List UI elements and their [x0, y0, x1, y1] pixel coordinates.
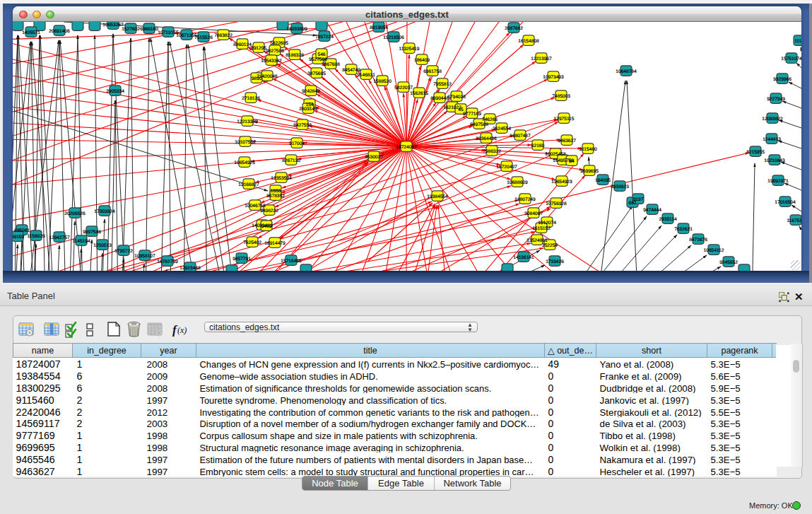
svg-text:16154808: 16154808 — [518, 39, 539, 44]
svg-text:9146821: 9146821 — [357, 73, 375, 78]
svg-text:2718126: 2718126 — [242, 96, 260, 101]
svg-text:10653267: 10653267 — [102, 23, 124, 28]
svg-text:7663822: 7663822 — [214, 33, 233, 38]
svg-text:16914479: 16914479 — [264, 241, 286, 246]
svg-text:15716485: 15716485 — [281, 259, 302, 264]
svg-text:1588520: 1588520 — [373, 79, 392, 84]
svg-text:746266: 746266 — [482, 117, 498, 122]
svg-text:62160: 62160 — [531, 144, 545, 148]
svg-text:6966160: 6966160 — [140, 27, 158, 32]
svg-text:9227349: 9227349 — [767, 97, 785, 102]
svg-text:10756928: 10756928 — [546, 201, 567, 206]
svg-text:9197: 9197 — [633, 197, 644, 202]
svg-text:10654925: 10654925 — [234, 160, 255, 165]
svg-text:1145194: 1145194 — [72, 239, 90, 244]
svg-text:9329966: 9329966 — [773, 77, 792, 82]
svg-text:20364436: 20364436 — [476, 136, 497, 141]
svg-text:2087682: 2087682 — [505, 26, 523, 31]
svg-text:3875685: 3875685 — [307, 71, 326, 76]
svg-text:1244413: 1244413 — [763, 137, 781, 142]
svg-text:1668: 1668 — [271, 189, 281, 194]
svg-text:13524861: 13524861 — [526, 238, 548, 243]
svg-text:7515526: 7515526 — [194, 35, 213, 40]
svg-text:12923448: 12923448 — [180, 266, 201, 271]
svg-text:8186328: 8186328 — [286, 53, 304, 58]
svg-text:1112: 1112 — [794, 39, 801, 44]
svg-text:186409: 186409 — [414, 58, 430, 63]
svg-text:8860124: 8860124 — [233, 42, 252, 47]
svg-text:10543382: 10543382 — [261, 59, 282, 64]
svg-text:20206526: 20206526 — [64, 211, 86, 216]
svg-text:19166827: 19166827 — [238, 182, 259, 187]
svg-text:1733426: 1733426 — [546, 259, 564, 264]
svg-text:12353594: 12353594 — [271, 176, 292, 181]
svg-text:10973493: 10973493 — [543, 75, 564, 80]
svg-text:1562615: 1562615 — [410, 91, 428, 96]
svg-text:20691406: 20691406 — [49, 29, 70, 34]
svg-text:9527508: 9527508 — [309, 57, 327, 62]
svg-text:1795722: 1795722 — [114, 249, 133, 254]
svg-text:15751074: 15751074 — [781, 57, 801, 62]
svg-text:16782759: 16782759 — [157, 259, 178, 264]
svg-text:9997586: 9997586 — [83, 230, 101, 235]
svg-text:8678352: 8678352 — [266, 194, 285, 199]
svg-text:14136141: 14136141 — [513, 255, 534, 260]
svg-text:8938923: 8938923 — [611, 185, 629, 189]
svg-text:7485003: 7485003 — [552, 94, 570, 99]
svg-text:12213967: 12213967 — [531, 57, 552, 62]
svg-text:64: 64 — [569, 159, 575, 164]
svg-text:8990448: 8990448 — [430, 96, 449, 101]
svg-text:2935114: 2935114 — [659, 217, 677, 222]
svg-text:9827506: 9827506 — [266, 49, 284, 54]
svg-text:5822037: 5822037 — [394, 86, 413, 90]
svg-text:835061: 835061 — [14, 228, 30, 233]
svg-text:10654112: 10654112 — [704, 248, 724, 253]
svg-text:6794028: 6794028 — [447, 95, 466, 100]
svg-text:19384554: 19384554 — [427, 194, 448, 199]
svg-text:9777169: 9777169 — [463, 112, 481, 117]
svg-text:39159: 39159 — [13, 235, 24, 240]
svg-text:17359924: 17359924 — [94, 209, 115, 214]
svg-text:9242848: 9242848 — [302, 89, 320, 94]
svg-text:19218506: 19218506 — [383, 35, 404, 40]
svg-text:8267130: 8267130 — [282, 158, 300, 163]
svg-text:1012074: 1012074 — [538, 221, 556, 226]
svg-text:8471676: 8471676 — [689, 238, 707, 243]
svg-text:15720407: 15720407 — [496, 165, 517, 170]
svg-text:19654923: 19654923 — [551, 180, 572, 185]
svg-text:9489: 9489 — [261, 224, 272, 229]
svg-text:7986322: 7986322 — [483, 149, 501, 154]
svg-text:9498222: 9498222 — [260, 209, 278, 214]
svg-text:1615152: 1615152 — [532, 226, 551, 231]
svg-text:10210643: 10210643 — [764, 158, 785, 163]
svg-text:10807487: 10807487 — [510, 134, 531, 139]
svg-text:9084067: 9084067 — [524, 211, 543, 216]
svg-text:164095: 164095 — [595, 178, 611, 183]
svg-text:12975115: 12975115 — [554, 117, 575, 122]
svg-text:7625402: 7625402 — [243, 240, 261, 245]
svg-text:9890: 9890 — [252, 76, 262, 81]
svg-text:7857224: 7857224 — [315, 35, 334, 40]
svg-text:3624554: 3624554 — [493, 127, 511, 132]
svg-text:10688609: 10688609 — [507, 180, 528, 185]
svg-text:6961758: 6961758 — [423, 69, 442, 74]
svg-text:9463627: 9463627 — [558, 139, 576, 144]
svg-text:16033809: 16033809 — [286, 27, 307, 32]
svg-text:18807249: 18807249 — [514, 197, 536, 202]
svg-text:1156829: 1156829 — [27, 234, 45, 239]
svg-text:2867608: 2867608 — [322, 62, 340, 67]
svg-text:10025458: 10025458 — [545, 152, 566, 157]
svg-text:12942757: 12942757 — [49, 235, 70, 240]
svg-text:2905334: 2905334 — [106, 89, 124, 94]
svg-text:1405571: 1405571 — [22, 30, 40, 35]
svg-text:546: 546 — [317, 52, 325, 57]
svg-text:891295: 891295 — [251, 46, 266, 51]
svg-text:9699695: 9699695 — [580, 169, 599, 174]
svg-text:1250513: 1250513 — [93, 243, 112, 248]
svg-text:19692971: 19692971 — [767, 179, 789, 184]
svg-text:8215955: 8215955 — [746, 150, 765, 155]
svg-text:8454749: 8454749 — [342, 68, 360, 73]
svg-text:9245652: 9245652 — [719, 260, 738, 265]
svg-text:7632621: 7632621 — [674, 227, 693, 232]
svg-text:12093822: 12093822 — [762, 117, 783, 122]
